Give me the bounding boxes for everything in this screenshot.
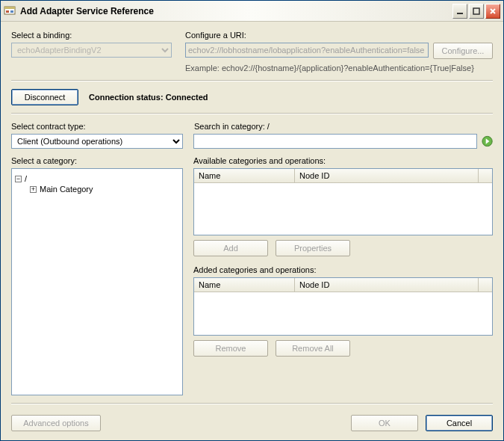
added-label: Added categories and operations: <box>193 265 493 274</box>
contract-type-label: Select contract type: <box>11 122 194 131</box>
uri-input[interactable] <box>185 43 429 58</box>
contract-search-labels: Select contract type: Search in category… <box>11 122 493 134</box>
added-col-nodeid[interactable]: Node ID <box>295 278 479 292</box>
footer-row: Advanced options OK Cancel <box>11 415 493 431</box>
connection-status-value: Connected <box>166 93 208 102</box>
tree-root-node[interactable]: − / <box>15 173 179 184</box>
top-config-row: Select a binding: echoAdapterBindingV2 C… <box>11 31 493 73</box>
ok-button[interactable]: OK <box>351 415 418 431</box>
disconnect-button[interactable]: Disconnect <box>11 89 78 105</box>
configure-button[interactable]: Configure... <box>433 43 493 59</box>
available-buttons: Add Properties <box>193 240 493 256</box>
separator <box>11 80 493 81</box>
connection-status-label: Connection status: <box>89 93 164 102</box>
tree-root-label: / <box>25 174 27 183</box>
uri-example-text: Example: echov2://{hostname}/{applicatio… <box>185 64 493 73</box>
category-tree[interactable]: − / + Main Category <box>11 168 183 395</box>
search-label: Search in category: / <box>194 122 493 131</box>
cancel-button[interactable]: Cancel <box>426 415 493 431</box>
category-label: Select a category: <box>11 156 183 165</box>
separator <box>11 113 493 114</box>
remove-all-button[interactable]: Remove All <box>276 340 350 357</box>
dialog-content: Select a binding: echoAdapterBindingV2 C… <box>1 22 503 440</box>
available-listview[interactable]: Name Node ID <box>193 168 493 235</box>
tree-child-label: Main Category <box>40 185 93 194</box>
search-input[interactable] <box>193 134 477 149</box>
available-col-nodeid[interactable]: Node ID <box>295 169 479 182</box>
collapse-icon[interactable]: − <box>15 176 22 182</box>
window-title: Add Adapter Service Reference <box>20 6 451 16</box>
available-col-name[interactable]: Name <box>194 169 295 182</box>
expand-icon[interactable]: + <box>30 186 37 193</box>
properties-button[interactable]: Properties <box>276 240 350 256</box>
available-body <box>194 183 492 235</box>
added-body <box>194 292 492 335</box>
dialog-window: Add Adapter Service Reference Select a b… <box>0 0 504 441</box>
available-header: Name Node ID <box>194 169 492 183</box>
svg-rect-4 <box>457 13 463 14</box>
added-header: Name Node ID <box>194 278 492 292</box>
search-go-icon[interactable] <box>482 135 493 147</box>
binding-select[interactable]: echoAdapterBindingV2 <box>11 43 172 58</box>
connect-row: Disconnect Connection status: Connected <box>11 89 493 105</box>
svg-rect-2 <box>6 10 9 13</box>
svg-rect-5 <box>473 8 479 14</box>
binding-label: Select a binding: <box>11 31 172 40</box>
svg-rect-1 <box>4 7 15 9</box>
added-col-name[interactable]: Name <box>194 278 295 292</box>
add-button[interactable]: Add <box>193 240 268 256</box>
svg-rect-3 <box>10 10 13 13</box>
minimize-button[interactable] <box>452 4 467 19</box>
app-icon <box>4 5 16 17</box>
contract-type-select[interactable]: Client (Outbound operations) <box>11 134 183 149</box>
tree-child-node[interactable]: + Main Category <box>30 184 179 194</box>
advanced-options-button[interactable]: Advanced options <box>11 415 101 431</box>
maximize-button[interactable] <box>469 4 484 19</box>
added-buttons: Remove Remove All <box>193 340 493 357</box>
remove-button[interactable]: Remove <box>193 340 268 357</box>
close-button[interactable] <box>485 4 500 19</box>
uri-label: Configure a URI: <box>185 31 493 40</box>
titlebar: Add Adapter Service Reference <box>1 1 503 22</box>
separator <box>11 403 493 404</box>
main-grid: Select a category: − / + Main Category <box>11 156 493 395</box>
added-col-spacer <box>479 278 492 292</box>
available-col-spacer <box>479 169 492 182</box>
available-label: Available categories and operations: <box>193 156 493 165</box>
contract-search-controls: Client (Outbound operations) <box>11 134 493 149</box>
added-listview[interactable]: Name Node ID <box>193 277 493 336</box>
